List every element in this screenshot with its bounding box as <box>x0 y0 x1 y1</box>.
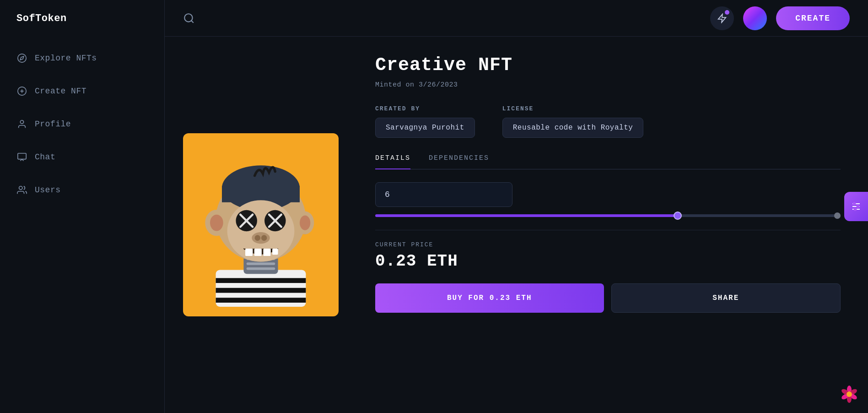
svg-marker-10 <box>718 14 726 22</box>
tab-dependencies[interactable]: DEPENDENCIES <box>429 154 489 169</box>
quantity-input-wrapper: 6 <box>375 182 512 207</box>
search-button[interactable] <box>183 12 195 24</box>
nft-details-panel: Creative NFT Minted on 3/26/2023 CREATED… <box>357 37 868 413</box>
action-buttons: BUY FOR 0.23 ETH SHARE <box>375 283 841 313</box>
lightning-icon <box>717 13 727 23</box>
nft-minted-date: Minted on 3/26/2023 <box>375 81 841 89</box>
chat-icon <box>16 152 27 163</box>
search-icon <box>183 12 195 24</box>
main-content: CREATE <box>165 0 868 413</box>
svg-rect-6 <box>18 153 26 159</box>
price-divider <box>375 230 841 230</box>
svg-rect-15 <box>216 298 306 303</box>
svg-point-8 <box>184 14 192 22</box>
sidebar-label-explore-nfts: Explore NFTs <box>35 54 97 63</box>
svg-rect-42 <box>272 249 278 255</box>
license-group: LICENSE Reusable code with Royalty <box>502 105 644 138</box>
slider-end-dot <box>834 212 841 219</box>
sidebar-item-chat[interactable]: Chat <box>0 141 164 173</box>
header-right: CREATE <box>710 6 850 30</box>
svg-point-51 <box>854 208 857 211</box>
sidebar-item-explore-nfts[interactable]: Explore NFTs <box>0 43 164 74</box>
nft-image-wrapper <box>183 133 339 316</box>
svg-rect-39 <box>245 249 253 256</box>
created-by-value: Sarvagnya Purohit <box>375 118 475 138</box>
created-by-label: CREATED BY <box>375 105 475 112</box>
svg-rect-41 <box>263 249 270 256</box>
svg-rect-13 <box>216 278 306 283</box>
svg-rect-14 <box>216 288 306 293</box>
svg-point-5 <box>20 120 23 124</box>
quantity-value: 6 <box>385 190 390 199</box>
nft-title: Creative NFT <box>375 55 841 76</box>
sidebar-label-create-nft: Create NFT <box>35 87 86 96</box>
content-area: Creative NFT Minted on 3/26/2023 CREATED… <box>165 37 868 413</box>
plus-circle-icon <box>16 86 27 97</box>
svg-point-0 <box>18 54 26 62</box>
sidebar-item-users[interactable]: Users <box>0 174 164 206</box>
user-avatar-button[interactable] <box>743 6 767 30</box>
quantity-slider-track[interactable] <box>375 214 841 217</box>
svg-rect-19 <box>247 267 275 270</box>
nft-image <box>183 133 339 316</box>
svg-rect-22 <box>222 186 300 202</box>
created-by-group: CREATED BY Sarvagnya Purohit <box>375 105 475 138</box>
header-search <box>183 12 195 24</box>
user-icon <box>16 119 27 130</box>
price-label: CURRENT PRICE <box>375 241 841 248</box>
tabs: DETAILS DEPENDENCIES <box>375 154 841 169</box>
svg-point-58 <box>846 391 852 397</box>
filter-side-button[interactable] <box>844 192 868 221</box>
bottom-right-icon <box>840 385 859 404</box>
svg-rect-40 <box>254 249 262 256</box>
sidebar: SofToken Explore NFTs Create NFT Profile <box>0 0 165 413</box>
sidebar-item-profile[interactable]: Profile <box>0 109 164 140</box>
sidebar-label-profile: Profile <box>35 120 71 129</box>
compass-icon <box>16 53 27 64</box>
notification-dot <box>725 10 729 15</box>
svg-point-50 <box>857 206 859 208</box>
quantity-section: 6 <box>375 182 841 217</box>
slider-thumb[interactable] <box>674 212 682 220</box>
filter-icon <box>851 201 862 212</box>
svg-point-38 <box>261 235 267 241</box>
notifications-button[interactable] <box>710 6 734 30</box>
license-label: LICENSE <box>502 105 644 112</box>
svg-line-9 <box>191 21 194 23</box>
nft-image-section <box>165 37 357 413</box>
price-value: 0.23 ETH <box>375 252 841 271</box>
svg-point-24 <box>210 215 223 231</box>
share-button[interactable]: SHARE <box>611 283 841 313</box>
svg-point-36 <box>252 232 270 244</box>
flower-icon <box>840 385 859 404</box>
nft-meta-row: CREATED BY Sarvagnya Purohit LICENSE Reu… <box>375 105 841 138</box>
sidebar-label-users: Users <box>35 185 61 195</box>
sidebar-item-create-nft[interactable]: Create NFT <box>0 76 164 107</box>
app-logo: SofToken <box>0 13 164 43</box>
svg-point-37 <box>255 235 261 241</box>
license-value: Reusable code with Royalty <box>502 118 644 138</box>
buy-button[interactable]: BUY FOR 0.23 ETH <box>375 283 604 313</box>
svg-marker-1 <box>20 56 24 60</box>
create-button[interactable]: CREATE <box>776 6 850 30</box>
sidebar-nav: Explore NFTs Create NFT Profile Chat <box>0 43 164 206</box>
users-icon <box>16 185 27 196</box>
sidebar-label-chat: Chat <box>35 152 55 162</box>
svg-point-7 <box>19 186 22 190</box>
tab-details[interactable]: DETAILS <box>375 154 410 169</box>
svg-point-28 <box>300 215 310 230</box>
svg-point-49 <box>853 203 856 205</box>
svg-rect-18 <box>247 262 275 265</box>
header: CREATE <box>165 0 868 37</box>
